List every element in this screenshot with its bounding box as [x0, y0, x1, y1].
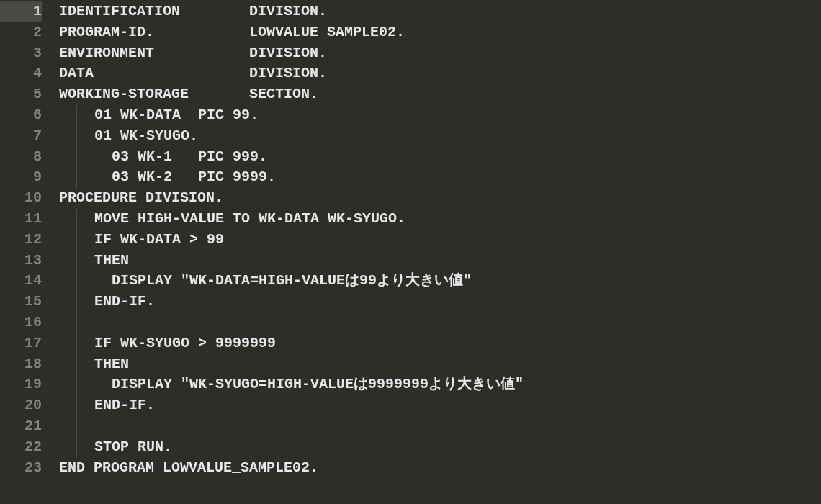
indent-guide — [76, 147, 77, 168]
code-text: PROCEDURE DIVISION. — [59, 188, 223, 209]
line-number: 23 — [0, 458, 42, 479]
line-number: 13 — [0, 251, 42, 271]
line-number: 16 — [0, 312, 42, 333]
code-text: DISPLAY "WK-DATA=HIGH-VALUEは99より大きい値" — [94, 271, 472, 292]
line-number-gutter: 1234567891011121314151617181920212223 — [0, 0, 52, 504]
code-line[interactable]: DISPLAY "WK-SYUGO=HIGH-VALUEは9999999より大き… — [59, 374, 821, 395]
line-number: 7 — [0, 126, 42, 147]
code-line[interactable]: ENVIRONMENT DIVISION. — [59, 43, 821, 64]
line-number: 21 — [0, 416, 42, 437]
indent-guide — [76, 251, 77, 271]
code-text: 01 WK-SYUGO. — [94, 126, 198, 147]
line-number: 3 — [0, 43, 42, 64]
line-number: 2 — [0, 22, 42, 43]
indent-guide — [76, 437, 77, 458]
line-number: 20 — [0, 395, 42, 416]
code-text: IF WK-DATA > 99 — [94, 230, 224, 251]
code-line[interactable]: 01 WK-DATA PIC 99. — [59, 105, 821, 126]
indent-guide — [76, 374, 77, 395]
line-number: 11 — [0, 209, 42, 230]
code-text: 03 WK-1 PIC 999. — [94, 147, 267, 168]
code-text: END PROGRAM LOWVALUE_SAMPLE02. — [59, 458, 318, 479]
code-text: THEN — [94, 251, 129, 271]
indent-guide — [76, 395, 77, 416]
line-number: 22 — [0, 437, 42, 458]
indent-guide — [76, 209, 77, 230]
indent-guide — [76, 312, 77, 333]
code-line[interactable]: STOP RUN. — [59, 437, 821, 458]
code-text: 01 WK-DATA PIC 99. — [94, 105, 259, 126]
code-line[interactable]: PROGRAM-ID. LOWVALUE_SAMPLE02. — [59, 22, 821, 43]
code-text: IF WK-SYUGO > 9999999 — [94, 333, 276, 354]
indent-guide — [76, 230, 77, 251]
code-line[interactable] — [59, 312, 821, 333]
code-text: STOP RUN. — [94, 437, 172, 458]
code-line[interactable]: 03 WK-2 PIC 9999. — [59, 167, 821, 188]
indent-guide — [76, 416, 77, 437]
code-line[interactable]: MOVE HIGH-VALUE TO WK-DATA WK-SYUGO. — [59, 209, 821, 230]
code-line[interactable]: END PROGRAM LOWVALUE_SAMPLE02. — [59, 458, 821, 479]
code-text: ENVIRONMENT DIVISION. — [59, 43, 327, 64]
line-number: 19 — [0, 374, 42, 395]
code-editor[interactable]: 1234567891011121314151617181920212223 ID… — [0, 0, 821, 504]
indent-guide — [76, 167, 77, 188]
code-line[interactable]: IF WK-SYUGO > 9999999 — [59, 333, 821, 354]
code-line[interactable]: THEN — [59, 354, 821, 375]
code-text: DISPLAY "WK-SYUGO=HIGH-VALUEは9999999より大き… — [94, 374, 524, 395]
code-text: PROGRAM-ID. LOWVALUE_SAMPLE02. — [59, 22, 405, 43]
line-number: 1 — [0, 1, 42, 22]
code-line[interactable]: THEN — [59, 251, 821, 271]
code-area[interactable]: IDENTIFICATION DIVISION.PROGRAM-ID. LOWV… — [52, 0, 821, 504]
indent-guide — [76, 105, 77, 126]
code-line[interactable]: END-IF. — [59, 395, 821, 416]
line-number: 10 — [0, 188, 42, 209]
line-number: 9 — [0, 167, 42, 188]
code-line[interactable]: 03 WK-1 PIC 999. — [59, 147, 821, 168]
indent-guide — [76, 354, 77, 375]
line-number: 8 — [0, 147, 42, 168]
indent-guide — [76, 292, 77, 312]
line-number: 14 — [0, 271, 42, 292]
line-number: 12 — [0, 230, 42, 251]
code-text: MOVE HIGH-VALUE TO WK-DATA WK-SYUGO. — [94, 209, 405, 230]
code-line[interactable]: 01 WK-SYUGO. — [59, 126, 821, 147]
code-text: THEN — [94, 354, 129, 375]
indent-guide — [76, 271, 77, 292]
line-number: 17 — [0, 333, 42, 354]
code-text: DATA DIVISION. — [59, 63, 327, 84]
code-line[interactable]: PROCEDURE DIVISION. — [59, 188, 821, 209]
indent-guide — [76, 126, 77, 147]
line-number: 4 — [0, 63, 42, 84]
indent-guide — [76, 333, 77, 354]
line-number: 18 — [0, 354, 42, 375]
code-text: IDENTIFICATION DIVISION. — [59, 1, 327, 22]
code-text: 03 WK-2 PIC 9999. — [94, 167, 276, 188]
code-line[interactable]: DATA DIVISION. — [59, 63, 821, 84]
code-line[interactable]: IF WK-DATA > 99 — [59, 230, 821, 251]
line-number: 6 — [0, 105, 42, 126]
code-text: END-IF. — [94, 395, 155, 416]
code-text: WORKING-STORAGE SECTION. — [59, 84, 318, 105]
code-line[interactable]: END-IF. — [59, 292, 821, 312]
line-number: 5 — [0, 84, 42, 105]
code-line[interactable]: WORKING-STORAGE SECTION. — [59, 84, 821, 105]
code-line[interactable] — [59, 416, 821, 437]
line-number: 15 — [0, 292, 42, 312]
code-text: END-IF. — [94, 292, 155, 312]
code-line[interactable]: DISPLAY "WK-DATA=HIGH-VALUEは99より大きい値" — [59, 271, 821, 292]
code-line[interactable]: IDENTIFICATION DIVISION. — [59, 1, 821, 22]
